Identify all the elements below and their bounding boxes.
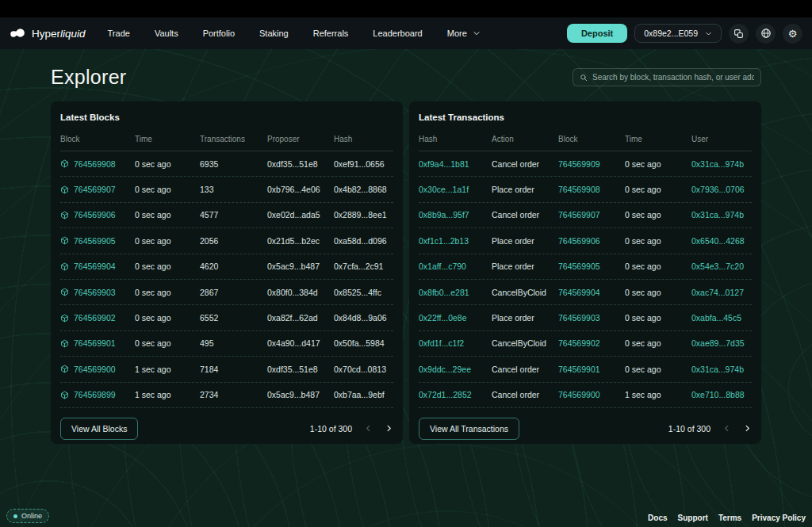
tx-time: 0 sec ago bbox=[625, 185, 691, 194]
block-transaction-count: 133 bbox=[200, 185, 267, 194]
globe-icon[interactable] bbox=[756, 24, 776, 44]
online-status-dot-icon bbox=[13, 514, 17, 518]
search-input[interactable] bbox=[592, 73, 754, 82]
footer-link-docs[interactable]: Docs bbox=[648, 514, 667, 522]
tx-user-link[interactable]: 0x31ca...974b bbox=[691, 210, 752, 220]
block-number-link[interactable]: 764569903 bbox=[60, 288, 135, 297]
nav-menu: Trade Vaults Portfolio Staking Referrals… bbox=[98, 24, 496, 43]
tx-hash-link[interactable]: 0x22ff...0e8e bbox=[419, 313, 492, 323]
nav-item-vaults[interactable]: Vaults bbox=[145, 24, 188, 43]
tx-block-link[interactable]: 764569908 bbox=[558, 185, 625, 194]
transaction-table-row: 0xfd1f...c1f2 CancelByCloid 764569902 0 … bbox=[419, 331, 752, 357]
block-proposer: 0xdf35...51e8 bbox=[267, 159, 334, 169]
block-number-link[interactable]: 764569904 bbox=[60, 262, 135, 271]
wallet-address: 0x89e2...E059 bbox=[644, 29, 698, 38]
block-number-link[interactable]: 764569905 bbox=[60, 236, 135, 246]
tx-hash-link[interactable]: 0xf1c1...2b13 bbox=[419, 236, 492, 246]
multi-window-icon[interactable] bbox=[729, 24, 749, 44]
block-cube-icon bbox=[60, 185, 69, 194]
col-header-time: Time bbox=[135, 135, 200, 143]
top-letterbox bbox=[0, 0, 812, 17]
tx-hash-link[interactable]: 0xf9a4...1b81 bbox=[419, 159, 492, 169]
tx-user-link[interactable]: 0x31ca...974b bbox=[691, 159, 752, 169]
tx-user-link[interactable]: 0xae89...7d35 bbox=[691, 338, 752, 348]
tx-block-link[interactable]: 764569905 bbox=[558, 262, 625, 271]
tx-user-link[interactable]: 0x7936...0706 bbox=[691, 185, 752, 194]
deposit-button[interactable]: Deposit bbox=[567, 24, 627, 43]
footer-link-support[interactable]: Support bbox=[678, 514, 708, 522]
tx-action: Cancel order bbox=[492, 365, 558, 374]
block-table-row: 764569902 0 sec ago 6552 0xa82f...62ad 0… bbox=[60, 305, 393, 330]
block-table-row: 764569901 0 sec ago 495 0x4a90...d417 0x… bbox=[60, 331, 393, 357]
online-status-badge[interactable]: Online bbox=[6, 509, 49, 523]
block-cube-icon bbox=[60, 236, 69, 245]
tx-hash-link[interactable]: 0x8b9a...95f7 bbox=[419, 210, 492, 220]
block-hash: 0x7cfa...2c91 bbox=[334, 262, 393, 271]
tx-user-link[interactable]: 0xe710...8b88 bbox=[691, 390, 752, 399]
tx-user-link[interactable]: 0xac74...0127 bbox=[691, 288, 752, 297]
blocks-prev-page-icon[interactable] bbox=[364, 424, 373, 433]
tx-user-link[interactable]: 0x54e3...7c20 bbox=[691, 262, 752, 271]
tx-block-link[interactable]: 764569902 bbox=[558, 338, 625, 348]
block-time: 0 sec ago bbox=[135, 159, 200, 169]
block-hash: 0x84d8...9a06 bbox=[334, 313, 393, 323]
block-number-link[interactable]: 764569906 bbox=[60, 210, 135, 220]
tx-hash-link[interactable]: 0xfd1f...c1f2 bbox=[419, 338, 492, 348]
nav-item-leaderboard[interactable]: Leaderboard bbox=[363, 24, 431, 43]
nav-item-trade[interactable]: Trade bbox=[98, 24, 140, 43]
tx-user-link[interactable]: 0x31ca...974b bbox=[691, 365, 752, 374]
block-proposer: 0x5ac9...b487 bbox=[267, 262, 334, 271]
nav-item-staking[interactable]: Staking bbox=[250, 24, 298, 43]
block-transaction-count: 2734 bbox=[200, 390, 267, 399]
tx-hash-link[interactable]: 0x72d1...2852 bbox=[419, 390, 492, 399]
nav-item-portfolio[interactable]: Portfolio bbox=[193, 24, 244, 43]
block-hash: 0xa58d...d096 bbox=[334, 236, 393, 246]
nav-item-referrals[interactable]: Referrals bbox=[304, 24, 358, 43]
block-time: 0 sec ago bbox=[135, 288, 200, 297]
block-time: 1 sec ago bbox=[135, 390, 200, 399]
tx-hash-link[interactable]: 0x30ce...1a1f bbox=[419, 185, 492, 194]
block-table-row: 764569903 0 sec ago 2867 0x80f0...384d 0… bbox=[60, 280, 393, 305]
tx-hash-link[interactable]: 0x9ddc...29ee bbox=[419, 365, 492, 374]
footer-link-privacy-policy[interactable]: Privacy Policy bbox=[752, 514, 806, 522]
block-number-link[interactable]: 764569907 bbox=[60, 185, 135, 194]
tx-block-link[interactable]: 764569901 bbox=[558, 365, 625, 374]
view-all-transactions-button[interactable]: View All Transactions bbox=[419, 418, 519, 440]
footer-link-terms[interactable]: Terms bbox=[718, 514, 741, 522]
wallet-address-dropdown[interactable]: 0x89e2...E059 bbox=[634, 24, 722, 43]
tx-block-link[interactable]: 764569906 bbox=[558, 236, 625, 246]
view-all-blocks-button[interactable]: View All Blocks bbox=[60, 418, 138, 440]
col-header-time: Time bbox=[625, 135, 691, 143]
block-hash: 0x70cd...0813 bbox=[334, 365, 393, 374]
block-number-link[interactable]: 764569908 bbox=[60, 159, 135, 169]
tx-hash-link[interactable]: 0x1aff...c790 bbox=[419, 262, 492, 271]
block-number-link[interactable]: 764569902 bbox=[60, 313, 135, 323]
block-number-link[interactable]: 764569899 bbox=[60, 390, 135, 399]
tx-block-link[interactable]: 764569904 bbox=[558, 288, 625, 297]
chevron-down-icon bbox=[705, 30, 712, 37]
tx-block-link[interactable]: 764569909 bbox=[558, 159, 625, 169]
settings-gear-icon[interactable]: ⚙ bbox=[783, 24, 802, 44]
tx-hash-link[interactable]: 0x8fb0...e281 bbox=[419, 288, 492, 297]
tx-block-link[interactable]: 764569900 bbox=[558, 390, 625, 399]
tx-user-link[interactable]: 0x6540...4268 bbox=[691, 236, 752, 246]
brand-logo[interactable]: Hyperliquid bbox=[10, 28, 86, 40]
block-number-link[interactable]: 764569901 bbox=[60, 338, 135, 348]
nav-item-more[interactable]: More bbox=[438, 24, 490, 43]
block-cube-icon bbox=[60, 365, 69, 373]
search-icon bbox=[580, 74, 588, 82]
tx-block-link[interactable]: 764569907 bbox=[558, 210, 625, 220]
block-hash: 0x2889...8ee1 bbox=[334, 210, 393, 220]
blocks-pagination-range: 1-10 of 300 bbox=[310, 424, 352, 433]
col-header-block: Block bbox=[558, 135, 625, 143]
transactions-next-page-icon[interactable] bbox=[743, 424, 752, 433]
tx-block-link[interactable]: 764569903 bbox=[558, 313, 625, 323]
tx-user-link[interactable]: 0xabfa...45c5 bbox=[691, 313, 752, 323]
transactions-prev-page-icon[interactable] bbox=[722, 424, 731, 433]
block-number-link[interactable]: 764569900 bbox=[60, 365, 135, 374]
blocks-next-page-icon[interactable] bbox=[385, 424, 393, 433]
tx-time: 0 sec ago bbox=[625, 262, 691, 271]
tx-time: 0 sec ago bbox=[625, 236, 691, 246]
search-bar[interactable] bbox=[573, 68, 761, 86]
col-header-proposer: Proposer bbox=[267, 135, 334, 143]
